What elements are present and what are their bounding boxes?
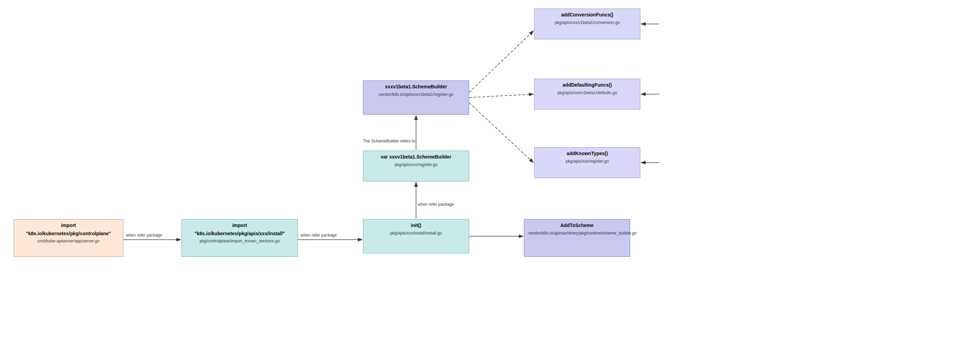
conversion-title: addConversionFuncs() xyxy=(539,12,636,19)
init-box: init() pkg/apis/xxx/install/install.go xyxy=(363,219,469,253)
defaulting-box: addDefaultingFuncs() pkg/apis/xxx/v1beta… xyxy=(534,79,640,110)
server-sub: cmd/kube-apiserver/app/server.go xyxy=(18,238,119,244)
conversion-box: addConversionFuncs() pkg/apis/xxx/v1beta… xyxy=(534,8,640,39)
label-when-refer-1: when refer package xyxy=(126,233,162,237)
init-sub: pkg/apis/xxx/install/install.go xyxy=(368,230,465,236)
defaulting-sub: pkg/apis/xxx/v1beta1/defaults.go xyxy=(539,90,636,96)
svg-line-9 xyxy=(469,103,533,163)
scheme-builder-box: xxxv1beta1.SchemeBuilder vendor/k8s.io/a… xyxy=(363,80,469,115)
scheme-builder-title: xxxv1beta1.SchemeBuilder xyxy=(368,84,465,90)
server-box: import "k8s.io/kubernetes/pkg/controlpla… xyxy=(14,219,123,257)
import-known-title2: "k8s.io/kubernetes/pkg/apis/xxx/install" xyxy=(186,230,293,237)
label-when-refer-3: when refer package xyxy=(418,202,454,207)
import-known-title: import xyxy=(186,222,293,229)
init-title: init() xyxy=(368,222,465,229)
svg-line-7 xyxy=(469,31,533,92)
label-scheme-refers: The SchemeBuilder refers to xyxy=(363,139,415,143)
defaulting-title: addDefaultingFuncs() xyxy=(539,82,636,89)
scheme-builder-var-title: var xxxv1beta1.SchemeBuilder xyxy=(368,154,465,161)
server-title: import xyxy=(18,222,119,229)
scheme-builder-var-box: var xxxv1beta1.SchemeBuilder pkg/apis/xx… xyxy=(363,151,469,182)
server-title2: "k8s.io/kubernetes/pkg/controlplane" xyxy=(18,230,119,237)
svg-line-8 xyxy=(469,94,533,97)
arrows-svg xyxy=(0,0,980,341)
scheme-builder-var-sub: pkg/apis/xxx/register.go xyxy=(368,162,465,168)
add-to-scheme-sub: vendor/k8s.io/apimachinery/pkg/runtime/s… xyxy=(528,230,625,236)
import-known-box: import "k8s.io/kubernetes/pkg/apis/xxx/i… xyxy=(181,219,298,257)
add-to-scheme-title: AddToScheme xyxy=(528,222,625,229)
scheme-builder-sub: vendor/k8s.io/api/xxx/v1beta1/register.g… xyxy=(368,92,465,97)
diagram: import "k8s.io/kubernetes/pkg/controlpla… xyxy=(0,0,980,341)
add-to-scheme-box: AddToScheme vendor/k8s.io/apimachinery/p… xyxy=(524,219,630,257)
import-known-sub: pkg/controlplane/import_known_versions.g… xyxy=(186,238,293,244)
known-types-sub: pkg/apis/xxx/register.go xyxy=(539,159,636,164)
label-when-refer-2: when refer package xyxy=(301,233,337,237)
known-types-title: addKnownTypes() xyxy=(539,150,636,157)
conversion-sub: pkg/apis/xxx/v1beta1/conversion.go xyxy=(539,20,636,25)
known-types-box: addKnownTypes() pkg/apis/xxx/register.go xyxy=(534,147,640,178)
